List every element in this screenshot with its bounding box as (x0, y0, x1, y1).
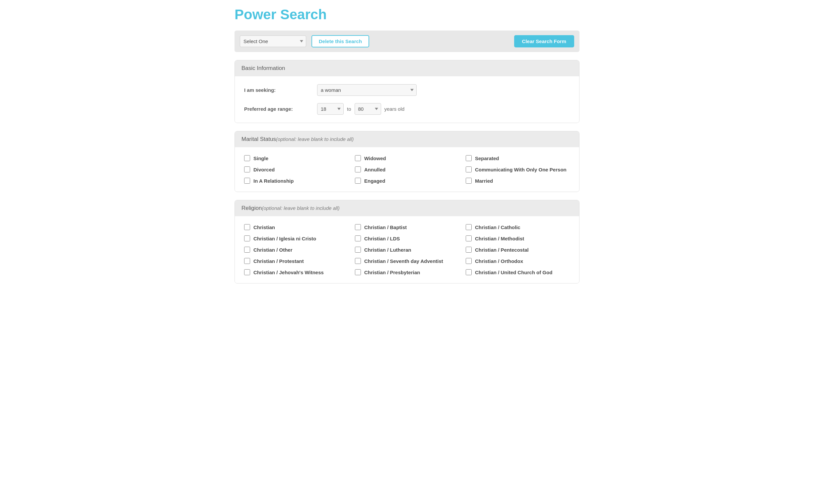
marital-status-grid: SingleWidowedSeparatedDivorcedAnnulledCo… (244, 155, 570, 184)
years-old-label: years old (384, 106, 405, 112)
religion-checkbox[interactable] (466, 247, 472, 253)
marital-status-checkbox[interactable] (466, 155, 472, 161)
marital-status-label: Married (475, 178, 493, 184)
religion-checkbox[interactable] (244, 258, 250, 264)
religion-checkbox[interactable] (355, 269, 361, 275)
marital-status-checkbox[interactable] (355, 166, 361, 172)
marital-status-label: Single (253, 156, 268, 161)
marital-status-checkbox[interactable] (244, 155, 250, 161)
religion-item: Christian / Orthodox (466, 258, 570, 264)
religion-label: Christian (253, 224, 275, 230)
marital-status-item: Divorced (244, 166, 348, 172)
religion-checkbox[interactable] (466, 258, 472, 264)
basic-info-header: Basic Information (235, 60, 579, 76)
marital-status-item: Engaged (355, 178, 459, 184)
religion-checkbox[interactable] (355, 258, 361, 264)
religion-checkbox[interactable] (355, 247, 361, 253)
religion-label: Christian / Catholic (475, 224, 521, 230)
marital-status-item: Separated (466, 155, 570, 161)
page-title: Power Search (234, 7, 580, 23)
religion-checkbox[interactable] (466, 224, 472, 230)
religion-checkbox[interactable] (355, 224, 361, 230)
marital-status-label: Divorced (253, 167, 275, 172)
marital-status-checkbox[interactable] (355, 155, 361, 161)
religion-grid: ChristianChristian / BaptistChristian / … (244, 224, 570, 275)
marital-status-item: Married (466, 178, 570, 184)
marital-status-item: In A Relationship (244, 178, 348, 184)
religion-item: Christian (244, 224, 348, 230)
basic-info-section: Basic Information I am seeking: a woman … (234, 60, 580, 123)
marital-status-header: Marital Status(optional: leave blank to … (235, 131, 579, 147)
religion-label: Christian / LDS (364, 236, 400, 241)
religion-label: Christian / Seventh day Adventist (364, 258, 443, 264)
religion-item: Christian / Methodist (466, 235, 570, 241)
seeking-label: I am seeking: (244, 87, 317, 93)
marital-status-label: Communicating With Only One Person (475, 167, 567, 172)
religion-label: Christian / Orthodox (475, 258, 523, 264)
marital-status-item: Annulled (355, 166, 459, 172)
religion-label: Christian / Presbyterian (364, 270, 420, 275)
religion-checkbox[interactable] (466, 269, 472, 275)
religion-label: Christian / Iglesia ni Cristo (253, 236, 316, 241)
marital-status-section: Marital Status(optional: leave blank to … (234, 131, 580, 192)
religion-label: Christian / Protestant (253, 258, 304, 264)
religion-item: Christian / Iglesia ni Cristo (244, 235, 348, 241)
religion-label: Christian / Baptist (364, 224, 407, 230)
religion-checkbox[interactable] (355, 235, 361, 241)
religion-label: Christian / United Church of God (475, 270, 552, 275)
religion-item: Christian / Catholic (466, 224, 570, 230)
seeking-row: I am seeking: a woman a man either (244, 84, 570, 96)
religion-item: Christian / Protestant (244, 258, 348, 264)
religion-checkbox[interactable] (244, 269, 250, 275)
religion-item: Christian / Lutheran (355, 247, 459, 253)
marital-status-item: Single (244, 155, 348, 161)
religion-item: Christian / Seventh day Adventist (355, 258, 459, 264)
religion-label: Christian / Methodist (475, 236, 524, 241)
marital-status-checkbox[interactable] (244, 166, 250, 172)
marital-status-checkbox[interactable] (244, 178, 250, 184)
marital-status-item: Widowed (355, 155, 459, 161)
religion-header: Religion(optional: leave blank to includ… (235, 200, 579, 216)
religion-label: Christian / Pentecostal (475, 247, 529, 253)
religion-item: Christian / United Church of God (466, 269, 570, 275)
religion-section: Religion(optional: leave blank to includ… (234, 200, 580, 283)
religion-label: Christian / Jehovah's Witness (253, 270, 324, 275)
seeking-select[interactable]: a woman a man either (317, 84, 417, 96)
age-range-row: Preferred age range: 18 19 20 25 30 to 8… (244, 103, 570, 115)
religion-item: Christian / Other (244, 247, 348, 253)
marital-status-checkbox[interactable] (466, 178, 472, 184)
religion-item: Christian / Pentecostal (466, 247, 570, 253)
saved-search-select[interactable]: Select One (240, 35, 306, 47)
clear-search-button[interactable]: Clear Search Form (514, 35, 574, 47)
marital-status-label: Engaged (364, 178, 385, 184)
religion-checkbox[interactable] (244, 247, 250, 253)
marital-status-checkbox[interactable] (355, 178, 361, 184)
marital-status-label: In A Relationship (253, 178, 293, 184)
marital-status-label: Widowed (364, 156, 386, 161)
age-to-label: to (347, 106, 351, 112)
religion-label: Christian / Other (253, 247, 292, 253)
religion-item: Christian / Baptist (355, 224, 459, 230)
religion-checkbox[interactable] (466, 235, 472, 241)
religion-item: Christian / LDS (355, 235, 459, 241)
toolbar: Select One Delete this Search Clear Sear… (234, 31, 580, 52)
religion-label: Christian / Lutheran (364, 247, 411, 253)
age-min-select[interactable]: 18 19 20 25 30 (317, 103, 344, 115)
marital-status-label: Separated (475, 156, 499, 161)
marital-status-item: Communicating With Only One Person (466, 166, 570, 172)
age-max-select[interactable]: 80 70 60 50 (354, 103, 381, 115)
religion-checkbox[interactable] (244, 224, 250, 230)
marital-status-checkbox[interactable] (466, 166, 472, 172)
marital-status-label: Annulled (364, 167, 385, 172)
religion-item: Christian / Presbyterian (355, 269, 459, 275)
age-range-label: Preferred age range: (244, 106, 317, 112)
delete-search-button[interactable]: Delete this Search (311, 35, 369, 47)
religion-item: Christian / Jehovah's Witness (244, 269, 348, 275)
religion-checkbox[interactable] (244, 235, 250, 241)
